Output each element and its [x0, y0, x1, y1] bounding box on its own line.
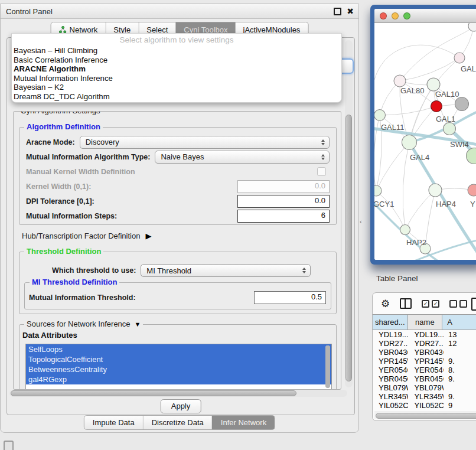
split-view-icon[interactable]	[400, 298, 412, 309]
kernel-width-field[interactable]: 0.0	[237, 180, 330, 193]
which-threshold-value: MI Threshold	[146, 266, 191, 275]
table-row[interactable]: YIL052CYIL052C9	[373, 401, 476, 410]
network-node-top[interactable]	[468, 23, 476, 31]
split-pane-handle[interactable]: ‹	[360, 218, 362, 225]
table-cell: YDL19...	[408, 330, 444, 339]
horizontal-scrollbar[interactable]	[9, 390, 347, 397]
table-cell: YLR345W	[408, 392, 444, 401]
tab-discretize-data[interactable]: Discretize Data	[143, 416, 212, 429]
attribute-item-gal4rgexp[interactable]: gal4RGexp	[26, 374, 331, 384]
float-icon[interactable]	[334, 8, 341, 15]
algorithm-option-bayesian-k2[interactable]: Bayesian – K2	[12, 83, 341, 92]
threshold-definition-group: Threshold Definition Which threshold to …	[19, 252, 337, 314]
select-all-icon[interactable]: ✓✓	[422, 300, 439, 308]
algorithm-option-list: Bayesian – Hill ClimbingBasic Correlatio…	[12, 46, 341, 101]
attribute-item-selfloops[interactable]: SelfLoops	[26, 344, 331, 354]
stepper-arrows-icon	[298, 268, 310, 273]
network-node-gal10[interactable]	[427, 78, 440, 91]
column-header-shared[interactable]: shared...	[373, 315, 408, 330]
algorithm-option-mutual-information-inference[interactable]: Mutual Information Inference	[12, 74, 341, 83]
table-hscroll-thumb[interactable]	[376, 413, 476, 419]
algorithm-option-aracne-algorithm[interactable]: ARACNE Algorithm	[12, 64, 341, 74]
network-node-gal[interactable]	[454, 53, 465, 63]
aracne-mode-select[interactable]: Discovery	[80, 136, 330, 149]
network-node-label-gal: GAL	[461, 64, 476, 73]
algorithm-option-bayesian-hill-climbing[interactable]: Bayesian – Hill Climbing	[12, 46, 341, 56]
minimize-traffic-light-icon[interactable]	[392, 12, 399, 19]
manual-kernel-checkbox[interactable]	[317, 167, 326, 176]
network-node-hap4[interactable]	[429, 184, 442, 197]
sources-title-text: Sources for Network Inference	[27, 319, 131, 328]
algorithm-definition-group: Algorithm Definition Aracne Mode: Discov…	[19, 127, 337, 225]
mi-type-label: Mutual Information Algorithm Type:	[26, 153, 150, 161]
tab-infer-network[interactable]: Infer Network	[212, 416, 275, 429]
algorithm-option-dream8-dc-tdc-algorithm[interactable]: Dream8 DC_TDC Algorithm	[12, 92, 341, 102]
data-attributes-list[interactable]: SelfLoopsTopologicalCoefficientBetweenne…	[25, 344, 332, 390]
threshold-definition-title: Threshold Definition	[24, 247, 103, 256]
attribute-item-topologicalcoefficient[interactable]: TopologicalCoefficient	[26, 354, 331, 364]
deselect-all-icon[interactable]	[449, 300, 467, 308]
attribute-item-betweennesscentrality[interactable]: BetweennessCentrality	[26, 364, 331, 374]
expand-right-icon[interactable]: ▶	[145, 231, 151, 240]
column-header-name[interactable]: name	[408, 315, 443, 330]
algorithm-definition-title: Algorithm Definition	[24, 122, 103, 131]
hub-definition-expander[interactable]: Hub/Transcription Factor Definition ▶	[22, 231, 151, 240]
table-row[interactable]: YBL079WYBL079W	[373, 383, 476, 392]
manual-kernel-label: Manual Kernel Width Definition	[26, 168, 135, 176]
network-node-y[interactable]	[468, 184, 476, 196]
table-header-row: shared...nameA	[373, 314, 476, 330]
table-horizontal-scrollbar[interactable]	[374, 412, 476, 419]
mi-type-select[interactable]: Naive Bayes	[155, 151, 330, 164]
table-cell: YBR045C	[373, 374, 408, 383]
network-graph-icon	[59, 26, 67, 34]
which-threshold-select[interactable]: MI Threshold	[141, 264, 311, 277]
table-row[interactable]: YBR045CYBR045C9.	[373, 374, 476, 383]
network-node-swi4[interactable]	[444, 123, 456, 135]
dpi-tolerance-field[interactable]: 0.0	[237, 195, 330, 208]
dpi-tolerance-label: DPI Tolerance [0,1]:	[26, 197, 94, 206]
network-node-hap2[interactable]	[400, 225, 410, 235]
table-cell: 12	[444, 339, 476, 348]
horizontal-scrollbar-thumb[interactable]	[11, 390, 296, 396]
apply-button[interactable]: Apply	[161, 399, 201, 413]
network-node-green-large[interactable]	[467, 148, 476, 164]
network-node-gal4[interactable]	[402, 135, 417, 150]
close-traffic-light-icon[interactable]	[380, 12, 387, 19]
network-node-gal80[interactable]	[394, 75, 406, 87]
document-icon[interactable]	[471, 298, 476, 311]
gear-icon[interactable]: ⚙	[381, 299, 390, 309]
network-node-gray[interactable]	[455, 97, 469, 111]
table-cell: YER054C	[408, 366, 444, 374]
close-icon[interactable]: ✖	[347, 7, 354, 15]
mi-threshold-field[interactable]: 0.5	[254, 291, 326, 304]
algorithm-option-basic-correlation-inference[interactable]: Basic Correlation Inference	[12, 56, 341, 65]
vertical-scrollbar-thumb[interactable]	[345, 115, 352, 381]
table-row[interactable]: YER054CYER054C8.	[373, 366, 476, 374]
table-toolbar: ⚙ ✓✓	[373, 293, 476, 314]
collapse-down-icon[interactable]: ▼	[135, 321, 141, 328]
table-row[interactable]: YBR043CYBR043C	[373, 348, 476, 357]
table-row[interactable]: YDR27...YDR27...12	[373, 339, 476, 348]
network-node-gal11[interactable]	[374, 110, 386, 121]
mi-threshold-group: MI Threshold Definition Mutual Informati…	[24, 282, 331, 309]
list-scrollbar[interactable]	[325, 345, 330, 388]
cyni-algorithm-settings-group: Cyni Algorithm Settings Algorithm Defini…	[13, 111, 341, 390]
table-row[interactable]: YLR345WYLR345W9.	[373, 392, 476, 401]
network-node-gal1[interactable]	[431, 101, 442, 112]
sources-group-title: Sources for Network Inference ▼	[24, 319, 143, 328]
network-edge	[374, 115, 380, 191]
table-cell: 9	[444, 401, 476, 410]
column-header-a[interactable]: A	[442, 315, 476, 330]
network-canvas[interactable]: GALGAL80GAL10GAL1GAL11SWI4GAL4GCY1HAP4YH…	[374, 23, 476, 260]
table-row[interactable]: YPR145WYPR145W9.	[373, 357, 476, 366]
zoom-traffic-light-icon[interactable]	[403, 12, 410, 19]
table-row[interactable]: YDL19...YDL19...13	[373, 330, 476, 339]
mi-steps-field[interactable]: 6	[237, 210, 330, 223]
table-cell: YDL19...	[373, 330, 408, 339]
tab-impute-data[interactable]: Impute Data	[84, 416, 143, 429]
table-cell: YBR043C	[373, 348, 408, 357]
network-window-titlebar	[374, 9, 476, 23]
collapsed-panel-button[interactable]	[4, 441, 14, 450]
data-attributes-label: Data Attributes	[22, 331, 77, 340]
vertical-scrollbar[interactable]	[345, 40, 353, 387]
